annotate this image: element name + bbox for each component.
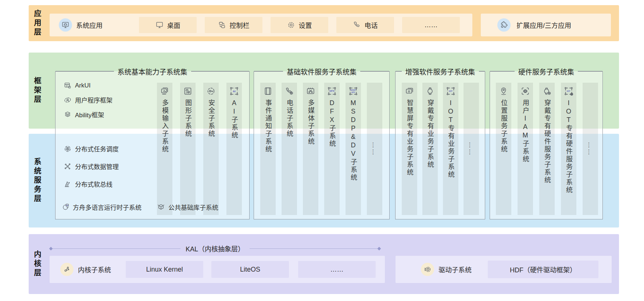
phone-item: 电话 xyxy=(336,17,394,33)
arkui-item: ArkUI xyxy=(64,82,112,90)
user-program-framework-label: 用户程序框架 xyxy=(75,95,112,104)
driver-subsystem-item: 驱动子系统 xyxy=(421,256,472,283)
kal-line xyxy=(250,248,378,249)
group-title-row: 硬件服务子系统集 xyxy=(490,67,602,76)
hdf-box: HDF（硬件驱动框架） xyxy=(488,261,598,278)
kernel-icon-circle xyxy=(60,263,74,276)
user-program-framework-icon xyxy=(64,96,72,104)
user-iam-column: 用户IAM子系统 xyxy=(518,83,533,215)
smart-screen-column: 智慧屏专有业务子系统 xyxy=(402,83,417,215)
iot-column: IOT IOT专有业务子系统 xyxy=(443,83,458,215)
group-title-row: 系统基本能力子系统集 xyxy=(56,67,249,76)
subsystem-columns: 位置服务子系统 用户IAM子系统 穿戴专有硬件服务子系统 IOT IOT专有硬件… xyxy=(496,83,598,215)
kernel-layer-band: 内核层 KAL（内核抽象层） 内核子系统 Linux Kernel LiteOS… xyxy=(29,234,619,294)
wearable-column: 穿戴专有业务子系统 xyxy=(422,83,438,215)
subsystem-columns: 事件通知子系统 电话子系统 多媒体子系统 DFX DFX子系统 MSDP&DV … xyxy=(260,83,382,215)
framework-items: ArkUI 用户程序框架 Ability框架 xyxy=(64,82,112,119)
title-line xyxy=(360,71,389,72)
group-title: 硬件服务子系统集 xyxy=(515,67,578,76)
application-layer-label-wrap: 应用层 xyxy=(29,5,46,41)
ellipsis: …… xyxy=(371,142,378,156)
more-subsystems-column: …… xyxy=(464,83,479,215)
multimedia-icon xyxy=(306,86,315,96)
system-app-label: 系统应用 xyxy=(76,20,103,30)
liteos-box: LiteOS xyxy=(211,261,289,278)
extension-apps-item: 扩展应用/三方应用 xyxy=(497,14,571,36)
location-column: 位置服务子系统 xyxy=(496,83,511,215)
msdp-dv-column: MSDP&DV MSDP&DV子系统 xyxy=(346,83,361,215)
system-app-item: 系统应用 xyxy=(59,14,103,36)
kal-label: KAL（内核抽象层） xyxy=(180,244,250,253)
settings-label: 设置 xyxy=(299,20,312,30)
desktop-item: 桌面 xyxy=(139,17,197,33)
subsystem-label: 穿戴专有硬件服务子系统 xyxy=(544,99,550,184)
puzzle-icon xyxy=(500,21,508,29)
iot-hardware-icon: IOT xyxy=(564,86,573,96)
event-notification-column: 事件通知子系统 xyxy=(260,83,276,215)
subsystem-label: MSDP&DV子系统 xyxy=(350,99,357,182)
softbus-icon xyxy=(64,180,72,188)
distributed-data-icon xyxy=(64,162,72,171)
more-kernels-box: …… xyxy=(298,261,376,278)
desktop-icon xyxy=(155,21,164,29)
telephony-icon xyxy=(285,86,294,96)
subsystem-label: 智慧屏专有业务子系统 xyxy=(406,99,413,176)
graphics-icon xyxy=(183,86,193,96)
title-line xyxy=(479,71,485,72)
phone-label: 电话 xyxy=(365,20,378,30)
svg-text:Aa: Aa xyxy=(66,204,68,206)
subsystem-label: 多媒体子系统 xyxy=(307,99,314,146)
multimedia-column: 多媒体子系统 xyxy=(303,83,318,215)
distributed-data-item: 分布式数据管理 xyxy=(64,162,119,171)
driver-icon-circle xyxy=(421,263,434,276)
distributed-task-icon xyxy=(64,145,72,153)
more-apps-label: …… xyxy=(425,21,438,29)
subsystem-label: 安全子系统 xyxy=(208,99,214,138)
group-hardware-services: 硬件服务子系统集 位置服务子系统 用户IAM子系统 穿戴专有硬件服务子系统 IO… xyxy=(490,71,603,219)
wearable-icon xyxy=(425,86,435,96)
subsystem-label: 图形子系统 xyxy=(185,99,191,138)
title-line xyxy=(396,71,402,72)
group-title: 基础软件服务子系统集 xyxy=(283,67,360,76)
subsystem-label: 事件通知子系统 xyxy=(265,99,271,153)
security-icon xyxy=(206,86,216,96)
ark-runtime-icon: Aa xyxy=(61,203,69,211)
svg-text:IOT: IOT xyxy=(567,90,570,92)
kal-row: KAL（内核抽象层） xyxy=(50,244,380,253)
user-program-framework-item: 用户程序框架 xyxy=(64,95,112,104)
svg-text:DFX: DFX xyxy=(330,90,335,92)
group-title: 系统基本能力子系统集 xyxy=(114,67,191,76)
event-notification-icon xyxy=(263,86,273,96)
title-line xyxy=(254,71,283,72)
ability-framework-item: Ability框架 xyxy=(64,110,112,119)
arkui-label: ArkUI xyxy=(75,82,91,89)
desktop-label: 桌面 xyxy=(167,20,180,30)
subsystem-columns: 智慧屏专有业务子系统 穿戴专有业务子系统 IOT IOT专有业务子系统 …… xyxy=(402,83,479,215)
application-layer-label: 应用层 xyxy=(33,10,41,37)
group-title-row: 基础软件服务子系统集 xyxy=(254,67,389,76)
ability-framework-label: Ability框架 xyxy=(75,110,104,119)
ark-runtime-label: 方舟多语言运行时子系统 xyxy=(73,203,142,212)
softbus-item: 分布式软总线 xyxy=(64,179,119,189)
driver-subsystem-container: 驱动子系统 HDF（硬件驱动框架） xyxy=(396,256,612,283)
user-iam-icon xyxy=(520,86,530,96)
kernel-subsystem-item: 内核子系统 xyxy=(60,256,111,283)
iot-icon: IOT xyxy=(446,86,455,96)
more-subsystems-column: …… xyxy=(583,83,598,215)
settings-icon xyxy=(287,21,295,29)
svg-text:&DV: &DV xyxy=(351,91,355,93)
kernel-layer-label: 内核层 xyxy=(33,250,41,278)
system-service-layer-label-wrap: 系统服务层 xyxy=(29,134,46,227)
subsystem-label: 电话子系统 xyxy=(286,99,293,138)
group-title-row: 增强软件服务子系统集 xyxy=(396,67,485,76)
distributed-task-item: 分布式任务调度 xyxy=(64,144,119,153)
extension-apps-label: 扩展应用/三方应用 xyxy=(516,20,571,30)
control-bar-item: 控制栏 xyxy=(205,17,262,33)
control-bar-icon xyxy=(218,21,226,29)
group-basic-software-services: 基础软件服务子系统集 事件通知子系统 电话子系统 多媒体子系统 DFX DFX子… xyxy=(254,71,390,219)
framework-layer-label: 框架层 xyxy=(33,77,41,104)
phone-icon xyxy=(353,21,361,29)
system-service-layer-label: 系统服务层 xyxy=(33,158,41,204)
kal-line-endpoint xyxy=(49,247,53,250)
graphics-column: 图形子系统 xyxy=(180,83,196,215)
